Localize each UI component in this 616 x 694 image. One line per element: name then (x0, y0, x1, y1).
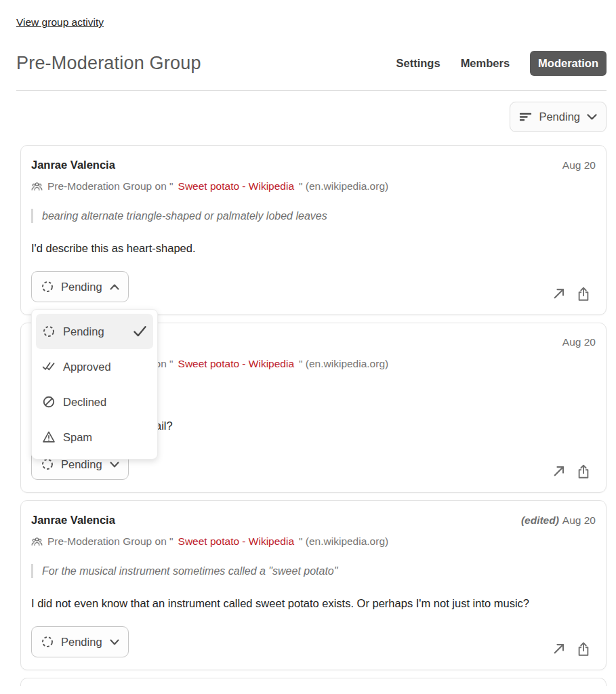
quoted-text: For the musical instrument sometimes cal… (31, 564, 596, 578)
page-header: Pre-Moderation Group Settings Members Mo… (16, 51, 607, 76)
chevron-up-icon (110, 284, 119, 290)
status-menu: Pending Approved (31, 309, 158, 460)
page-title: Pre-Moderation Group (16, 53, 201, 74)
menu-item-pending[interactable]: Pending (36, 314, 153, 349)
share-icon[interactable] (577, 464, 590, 479)
filter-icon (519, 111, 532, 123)
share-icon[interactable] (577, 287, 590, 302)
menu-item-spam[interactable]: Spam (36, 420, 153, 455)
check-icon (133, 325, 147, 338)
status-select-button[interactable]: Pending (31, 271, 129, 302)
byline-domain: " (en.wikipedia.org) (299, 180, 388, 192)
byline-text: Pre-Moderation Group on " (47, 535, 173, 548)
pending-status-icon (41, 457, 54, 471)
filter-button[interactable]: Pending (510, 102, 607, 132)
author-name: Janrae Valencia (31, 159, 115, 171)
group-icon (31, 537, 43, 547)
pending-status-icon (41, 635, 54, 649)
next-card-edge (20, 678, 607, 686)
document-link[interactable]: Sweet potato - Wikipedia (178, 358, 294, 370)
annotation-card: Janrae Valencia (edited)Aug 20 Pre-Moder… (20, 500, 607, 670)
open-in-context-icon[interactable] (552, 464, 566, 479)
tab-bar: Settings Members Moderation (396, 51, 607, 76)
tab-settings[interactable]: Settings (396, 57, 440, 70)
status-label: Pending (61, 636, 102, 649)
view-group-activity-link[interactable]: View group activity (16, 16, 104, 28)
annotation-date: Aug 20 (562, 159, 596, 171)
status-label: Pending (61, 281, 102, 293)
moderation-page: View group activity Pre-Moderation Group… (0, 0, 616, 686)
quoted-text: bearing alternate triangle-shaped or pal… (31, 209, 596, 223)
status-label: Pending (61, 458, 102, 471)
annotation-date: Aug 20 (562, 336, 596, 348)
byline-domain: " (en.wikipedia.org) (299, 358, 388, 370)
declined-icon (42, 395, 56, 409)
document-link[interactable]: Sweet potato - Wikipedia (178, 180, 294, 192)
edited-badge: (edited) (521, 514, 559, 526)
status-select-button[interactable]: Pending (31, 626, 129, 657)
annotation-card: Janrae Valencia Aug 20 Pre-Moderation Gr… (20, 145, 607, 315)
chevron-down-icon (587, 114, 597, 120)
annotation-byline: Pre-Moderation Group on "Sweet potato - … (31, 535, 596, 548)
annotation-list: Janrae Valencia Aug 20 Pre-Moderation Gr… (16, 145, 607, 686)
approved-icon (42, 360, 56, 373)
header-divider (16, 90, 607, 91)
share-icon[interactable] (577, 642, 590, 657)
document-link[interactable]: Sweet potato - Wikipedia (178, 535, 294, 548)
filter-label: Pending (539, 110, 580, 123)
comment-text: I did not even know that an instrument c… (31, 596, 596, 610)
annotation-byline: Pre-Moderation Group on "Sweet potato - … (31, 180, 596, 192)
tab-members[interactable]: Members (461, 57, 510, 70)
author-name: Janrae Valencia (31, 514, 115, 527)
menu-item-declined[interactable]: Declined (36, 384, 153, 420)
chevron-down-icon (110, 639, 119, 645)
byline-domain: " (en.wikipedia.org) (299, 535, 388, 548)
open-in-context-icon[interactable] (552, 642, 566, 657)
group-icon (31, 182, 43, 192)
filter-toolbar: Pending (16, 102, 607, 132)
comment-text: I'd describe this as heart-shaped. (31, 241, 596, 255)
pending-status-icon (41, 280, 54, 293)
byline-text: Pre-Moderation Group on " (47, 180, 173, 192)
chevron-down-icon (110, 462, 119, 468)
menu-item-approved[interactable]: Approved (36, 349, 153, 384)
open-in-context-icon[interactable] (552, 287, 566, 302)
annotation-date: (edited)Aug 20 (521, 514, 596, 527)
spam-icon (42, 430, 56, 444)
tab-moderation[interactable]: Moderation (530, 51, 607, 76)
pending-icon (42, 325, 56, 338)
